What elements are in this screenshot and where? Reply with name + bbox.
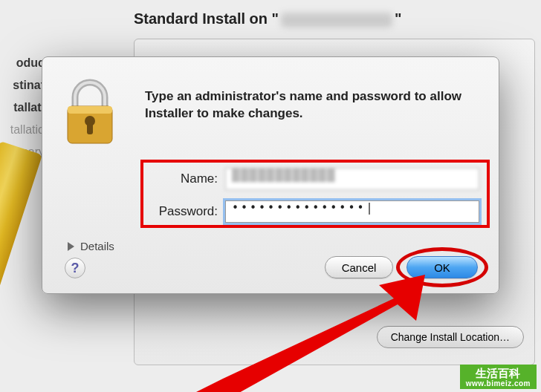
watermark-line1: 生活百科 (476, 367, 520, 379)
cancel-button[interactable]: Cancel (325, 256, 393, 278)
name-label: Name: (143, 172, 225, 186)
svg-rect-3 (87, 122, 93, 134)
name-row: Name: ████████████ (143, 163, 487, 195)
credentials-highlight-box: Name: ████████████ Password: •••••••••••… (140, 160, 490, 228)
dialog-button-row: Cancel OK (325, 256, 478, 278)
sidebar-item-destination: stinat (0, 74, 45, 97)
watermark: 生活百科 www.bimeiz.com (460, 365, 537, 390)
password-label: Password: (143, 204, 225, 219)
name-input[interactable]: ████████████ (225, 168, 479, 190)
help-button[interactable]: ? (65, 258, 85, 278)
password-input[interactable]: •••••••••••••••| (225, 200, 479, 223)
sidebar-item-installation: tallatio (0, 119, 45, 141)
ok-button[interactable]: OK (406, 256, 478, 278)
page-title: Standard Install on "" (134, 10, 402, 27)
auth-prompt-text: Type an administrator's name and passwor… (145, 88, 464, 122)
pencil-decoration (0, 141, 42, 381)
disclosure-triangle-icon (68, 242, 74, 251)
details-label: Details (80, 240, 114, 252)
sidebar-item-installation-type: tallati (0, 97, 45, 119)
svg-rect-1 (68, 106, 112, 114)
password-row: Password: •••••••••••••••| (143, 195, 487, 228)
sidebar-item-introduction: oduc (0, 52, 45, 74)
disk-name-redacted (281, 13, 392, 27)
help-icon: ? (71, 261, 80, 276)
title-suffix: " (395, 10, 401, 27)
title-prefix: Standard Install on " (134, 10, 279, 27)
lock-icon (60, 78, 120, 148)
details-disclosure[interactable]: Details (68, 240, 114, 252)
auth-dialog: Type an administrator's name and passwor… (42, 56, 499, 294)
change-install-location-button[interactable]: Change Install Location… (377, 326, 524, 348)
watermark-line2: www.bimeiz.com (466, 379, 531, 388)
